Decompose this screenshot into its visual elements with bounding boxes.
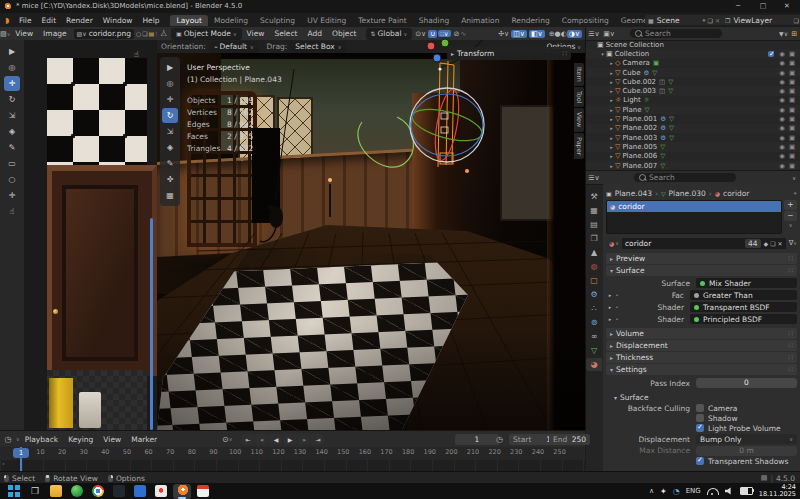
proportional-falloff-icon[interactable]: ∿ xyxy=(460,30,466,38)
blender-app[interactable] xyxy=(173,484,191,499)
image-name[interactable]: coridor.png xyxy=(89,29,131,38)
auto-keying-icon[interactable]: ⊙ xyxy=(222,435,229,444)
disable-render-icon[interactable]: ▣ xyxy=(787,124,797,132)
timeline-menu-view[interactable]: View xyxy=(98,435,126,444)
timeline-ruler[interactable]: 1 10203040506070809010011012013014015016… xyxy=(0,447,585,460)
cursor-tool-icon[interactable]: ◎ xyxy=(4,60,20,75)
orientation-label[interactable]: Global xyxy=(378,29,402,38)
properties-search[interactable]: Search xyxy=(634,173,736,182)
disclosure-icon[interactable]: ▸ xyxy=(608,163,615,169)
menu-edit[interactable]: Edit xyxy=(37,16,62,25)
field-value[interactable]: Greater Than xyxy=(703,291,753,300)
image-datablock[interactable]: ▨∨ coridor.png xyxy=(74,29,134,39)
end-value[interactable]: 250 xyxy=(572,435,586,444)
outliner-item-label[interactable]: Plane.001 xyxy=(622,115,657,123)
scene-name[interactable]: Scene xyxy=(657,16,680,25)
outliner-search[interactable]: Search xyxy=(630,29,722,38)
fake-user-shield-icon[interactable]: ◆ xyxy=(764,240,769,247)
sidebar-tab-view[interactable]: View xyxy=(574,108,584,131)
add-slot-button[interactable]: + xyxy=(784,200,797,210)
outliner-row-scene collection[interactable]: ▣Scene Collection xyxy=(586,40,800,49)
taskbar-clock[interactable]: 4:24 18.11.2025 xyxy=(759,484,796,498)
start-button[interactable] xyxy=(5,484,23,499)
surface-panel-header[interactable]: ▾ Surface ∷ xyxy=(606,265,797,276)
image-editor-canvas[interactable]: ☝ xyxy=(24,40,157,430)
app-menu-icon[interactable]: ◗ xyxy=(0,16,14,25)
hide-eye-icon[interactable]: ◉ xyxy=(777,96,787,104)
timeline-menu-playback[interactable]: Playback xyxy=(20,435,63,444)
move-tool-icon[interactable]: ✛ xyxy=(4,76,20,91)
current-frame-badge[interactable]: 1 xyxy=(13,448,29,458)
disclosure-icon[interactable]: ▸ xyxy=(608,144,615,150)
prev-keyframe-button[interactable]: « xyxy=(255,434,268,445)
sidebar-tab-tool[interactable]: Tool xyxy=(574,87,584,108)
hide-eye-icon[interactable]: ◉ xyxy=(777,143,787,151)
sidebar-tab-paper[interactable]: Paper xyxy=(574,133,584,159)
viewport-menu-select[interactable]: Select xyxy=(269,29,302,38)
blue-app[interactable] xyxy=(131,484,149,499)
panel-label[interactable]: Preview xyxy=(616,254,645,263)
volume-icon[interactable] xyxy=(725,487,734,495)
panel-label[interactable]: Displacement xyxy=(616,341,668,350)
disclosure-icon[interactable]: ▸ xyxy=(608,116,615,122)
panel-label[interactable]: Settings xyxy=(616,365,647,374)
menu-file[interactable]: File xyxy=(14,16,37,25)
hide-eye-icon[interactable]: ◉ xyxy=(777,78,787,86)
workspace-tab-uv-editing[interactable]: UV Editing xyxy=(301,15,352,26)
breadcrumb-data[interactable]: Plane.030 xyxy=(669,189,706,198)
workspace-tab-sculpting[interactable]: Sculpting xyxy=(254,15,301,26)
image-editor-menu-image[interactable]: Image xyxy=(38,29,72,38)
transform-orientation-selector[interactable]: ⇅ Global ∨ xyxy=(366,28,413,40)
shader1-field[interactable]: Transparent BSDF xyxy=(690,302,797,312)
disable-render-icon[interactable]: ▣ xyxy=(787,69,797,77)
displacement-panel-header[interactable]: ▸ Displacement ∷ xyxy=(606,340,797,351)
hide-eye-icon[interactable]: ◉ xyxy=(777,162,787,170)
tool-tab[interactable]: ⚒ xyxy=(586,190,602,203)
disable-render-icon[interactable]: ▣ xyxy=(787,106,797,114)
properties-editor-icon[interactable]: ☰∨ xyxy=(586,174,602,182)
remove-slot-button[interactable]: − xyxy=(784,211,797,221)
settings-panel-header[interactable]: ▾ Settings ∷ xyxy=(606,364,797,375)
new-collection-icon[interactable]: ⊞ xyxy=(791,30,797,38)
mode-label[interactable]: Object Mode xyxy=(184,29,231,38)
outliner-row-plane-003[interactable]: ▸▽Plane.003⚙▽◉▣ xyxy=(586,133,800,142)
tweak-tool-icon[interactable]: ▶ xyxy=(4,44,20,59)
disclosure-icon[interactable]: ▸ xyxy=(608,70,615,76)
outliner-row-plane-006[interactable]: ▸▽Plane.006▽◉▣ xyxy=(586,152,800,161)
drag-value-dropdown[interactable]: Select Box ∨ xyxy=(290,41,346,53)
outliner-item-label[interactable]: Plane.006 xyxy=(622,152,657,160)
breadcrumb-material[interactable]: coridor xyxy=(723,189,749,198)
close-button[interactable]: ✕ xyxy=(777,2,797,10)
outliner-row-plane-005[interactable]: ▸▽Plane.005▽◉▣ xyxy=(586,142,800,151)
view-layer-selector[interactable]: ❐ ViewLayer ❏ xyxy=(722,15,800,25)
delete-scene-icon[interactable]: ✕ xyxy=(715,17,720,24)
sidebar-tab-item[interactable]: Item xyxy=(574,63,584,86)
menu-render[interactable]: Render xyxy=(61,16,98,25)
outliner-item-label[interactable]: Plane.007 xyxy=(622,162,657,170)
workspace-tab-compositing[interactable]: Compositing xyxy=(556,15,615,26)
outliner-row-cube-002[interactable]: ▸▽Cube.002◫▽◉▣ xyxy=(586,77,800,86)
material-tab[interactable]: ◕ xyxy=(586,358,602,371)
tray-app-icon-1[interactable]: ✦ xyxy=(660,487,667,496)
max-distance-field[interactable]: 0 m xyxy=(696,446,797,456)
thickness-panel-header[interactable]: ▸ Thickness ∷ xyxy=(606,352,797,363)
pin-icon[interactable]: ⌖ xyxy=(702,16,705,24)
red-doc-app[interactable] xyxy=(194,484,212,499)
snap-settings-icon[interactable]: ∷∨ xyxy=(438,30,450,37)
move-tool-icon[interactable]: ✛ xyxy=(162,92,178,107)
tweak-tool-icon[interactable]: ▶ xyxy=(162,60,178,75)
menu-window[interactable]: Window xyxy=(98,16,138,25)
scale-tool-icon[interactable]: ⇲ xyxy=(4,108,20,123)
minimize-button[interactable]: ─ xyxy=(728,2,748,10)
hide-eye-icon[interactable]: ◉ xyxy=(777,59,787,67)
hide-eye-icon[interactable]: ◉ xyxy=(777,69,787,77)
fac-field[interactable]: Greater Than xyxy=(690,290,797,300)
viewport-menu-add[interactable]: Add xyxy=(303,29,328,38)
modifiers-tab[interactable]: ⚙ xyxy=(586,288,602,301)
disable-render-icon[interactable]: ▣ xyxy=(787,50,797,58)
outliner-row-plane-001[interactable]: ▸▽Plane.001⚙▽◉▣ xyxy=(586,114,800,123)
disclosure-icon[interactable]: ▸ xyxy=(608,79,615,85)
viewport-menu-object[interactable]: Object xyxy=(327,29,361,38)
hide-eye-icon[interactable]: ◉ xyxy=(777,50,787,58)
jump-to-start-button[interactable]: ⇤ xyxy=(241,434,254,445)
